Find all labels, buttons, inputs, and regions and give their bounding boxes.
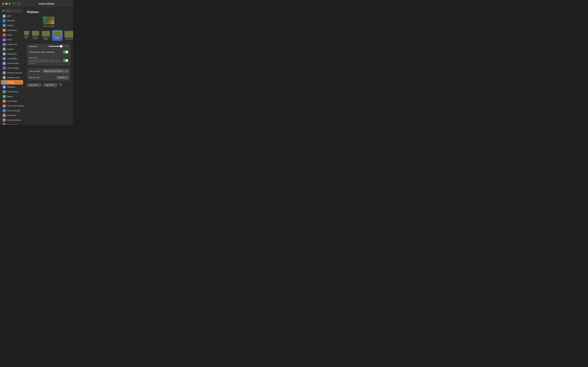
res-preview-3 (53, 31, 62, 37)
refresh-rate-label: Refresh rate (29, 76, 57, 79)
notifications-icon: 🔔 (3, 29, 6, 32)
sidebar-item-wifi[interactable]: 📶Wi-Fi (1, 14, 23, 18)
sidebar-item-internet[interactable]: 🌍Internet Accounts (1, 118, 23, 122)
sidebar-item-desktop[interactable]: 🖥Desktop & Dock (1, 75, 23, 80)
night-shift-button[interactable]: Night Shift... (43, 83, 58, 87)
users-icon: 👥 (3, 109, 6, 112)
res-label-1: Here's tc trouble (32, 36, 39, 39)
auto-brightness-toggle[interactable] (63, 50, 68, 54)
sidebar-item-label-users: Users & Groups (7, 110, 20, 112)
sidebar-item-privacy[interactable]: 🔒Privacy & Security (1, 71, 23, 75)
bottom-buttons: Advanced... Night Shift... ? (27, 83, 70, 87)
sidebar-item-gamecenter[interactable]: 🎮Game Center (1, 123, 23, 125)
sidebar-item-label-siri: Siri & Spotlight (7, 67, 19, 69)
gamecenter-icon: 🎮 (3, 123, 6, 125)
sidebar-item-bluetooth[interactable]: 🔵Bluetooth (1, 18, 23, 23)
resolution-option-3[interactable]: Default (52, 30, 63, 41)
focus-icon: 🌙 (3, 38, 6, 41)
sidebar-item-label-wifi: Wi-Fi (7, 15, 11, 17)
sidebar-item-users[interactable]: 👥Users & Groups (1, 108, 23, 113)
sidebar-item-passwords[interactable]: 🔑Passwords (1, 113, 23, 118)
sidebar-item-network[interactable]: 🌐Network (1, 23, 23, 28)
screentime-icon: ⏱ (3, 43, 6, 46)
main-panel: Displays Built-in Display Larger TextHer… (24, 8, 73, 125)
brightness-slider[interactable]: ☀ (49, 45, 68, 47)
auto-brightness-label: Automatically adjust brightness (29, 51, 63, 53)
slider-thumb (60, 45, 62, 48)
sidebar-item-wallpaper[interactable]: 🖼Wallpaper (1, 85, 23, 89)
lockscreen-icon: 🔒 (3, 100, 6, 103)
toggle-knob-auto (65, 51, 68, 53)
sidebar-item-focus[interactable]: 🌙Focus (1, 37, 23, 42)
colour-profile-label: Colour profile (29, 70, 43, 72)
minimize-button[interactable] (5, 3, 8, 5)
resolution-options: Larger TextHere's tc troubleHere's tc tr… (27, 30, 70, 41)
refresh-rate-row: Refresh rate 60 Hertz (27, 75, 70, 81)
forward-button[interactable]: › (17, 2, 21, 5)
sidebar-item-label-appearance: Appearance (7, 53, 17, 55)
display-preview: Built-in Display (27, 17, 70, 27)
sidebar-item-screentime[interactable]: ⏱Screen Time (1, 42, 23, 47)
sidebar-item-sound[interactable]: 🔊Sound (1, 33, 23, 37)
sidebar-item-siri[interactable]: 🎤Siri & Spotlight (1, 66, 23, 70)
brightness-section: Brightness ☀ Automatically adjust bright… (27, 44, 70, 66)
sidebar-item-label-battery: Battery (7, 95, 13, 98)
sidebar-item-label-focus: Focus (7, 39, 12, 41)
slider-track (49, 46, 65, 47)
close-button[interactable] (2, 3, 4, 5)
sidebar-item-touchid[interactable]: 👆Touch ID & Password (1, 104, 23, 108)
resolution-option-4[interactable]: More Space (64, 30, 73, 41)
res-label-2: Here's tc trouble (42, 37, 50, 40)
nav-buttons: ‹ › (12, 2, 21, 5)
sidebar-item-control[interactable]: 🎛Control Centre (1, 61, 23, 66)
res-label-4: More Space (66, 38, 73, 40)
sidebar-item-lockscreen[interactable]: 🔒Lock Screen (1, 99, 23, 103)
sidebar-item-displays[interactable]: 🖥Displays (1, 80, 23, 84)
colour-profile-section: Colour profile MBP16,1 14.4.1 LCD D65 25… (27, 68, 70, 81)
sidebar-item-label-displays: Displays (7, 81, 14, 83)
res-label-0: Larger Text (24, 35, 29, 39)
appearance-icon: 🎨 (3, 52, 6, 56)
internet-icon: 🌍 (3, 118, 6, 122)
sidebar-items-container: 📶Wi-Fi🔵Bluetooth🌐Network🔔Notifications🔊S… (0, 14, 24, 125)
sidebar-item-label-desktop: Desktop & Dock (7, 76, 20, 79)
sidebar-item-notifications[interactable]: 🔔Notifications (1, 28, 23, 33)
brightness-row: Brightness ☀ (27, 44, 70, 49)
colour-profile-select[interactable]: MBP16,1 14.4.1 LCD D65 250cdm² b-1 Dinin… (43, 69, 68, 73)
resolution-option-2[interactable]: Here's tc trouble (41, 30, 51, 41)
res-preview-2 (42, 31, 50, 36)
touchid-icon: 👆 (3, 104, 6, 108)
general-icon: ⚙️ (3, 48, 6, 51)
sidebar-item-accessibility[interactable]: ♿Accessibility (1, 56, 23, 61)
search-input[interactable] (5, 10, 21, 12)
fullscreen-button[interactable] (9, 3, 11, 5)
refresh-rate-select[interactable]: 60 Hertz (57, 76, 68, 79)
advanced-button[interactable]: Advanced... (27, 83, 42, 87)
sidebar-item-appearance[interactable]: 🎨Appearance (1, 52, 23, 56)
screensaver-icon: 💤 (3, 90, 6, 93)
brightness-label: Brightness (29, 45, 49, 47)
sidebar-item-label-gamecenter: Game Center (7, 124, 18, 125)
desktop-icon: 🖥 (3, 76, 6, 79)
sidebar-item-label-lockscreen: Lock Screen (7, 100, 17, 102)
true-tone-label: True Tone (29, 57, 61, 59)
help-button[interactable]: ? (59, 83, 62, 86)
resolution-option-0[interactable]: Larger Text (24, 30, 30, 41)
true-tone-row: True Tone Automatically adapt display to… (27, 55, 70, 66)
passwords-icon: 🔑 (3, 114, 6, 117)
true-tone-toggle[interactable] (63, 59, 68, 62)
sidebar-item-general[interactable]: ⚙️General (1, 47, 23, 51)
back-button[interactable]: ‹ (12, 2, 16, 5)
sidebar-item-screensaver[interactable]: 💤Screen Saver (1, 90, 23, 94)
search-box[interactable]: 🔍 (1, 9, 23, 13)
sidebar-item-battery[interactable]: 🔋Battery (1, 94, 23, 99)
system-settings-window: ‹ › System Settings 🔍 📶Wi-Fi🔵Bluetooth🌐N… (0, 0, 73, 125)
privacy-icon: 🔒 (3, 71, 6, 75)
content-area: 🔍 📶Wi-Fi🔵Bluetooth🌐Network🔔Notifications… (0, 8, 73, 125)
bluetooth-icon: 🔵 (3, 19, 6, 22)
sidebar-item-label-general: General (7, 48, 14, 50)
resolution-option-1[interactable]: Here's tc trouble (31, 30, 40, 41)
sidebar-item-label-passwords: Passwords (7, 114, 16, 117)
sidebar-item-label-control: Control Centre (7, 62, 19, 64)
sidebar: 🔍 📶Wi-Fi🔵Bluetooth🌐Network🔔Notifications… (0, 8, 24, 125)
